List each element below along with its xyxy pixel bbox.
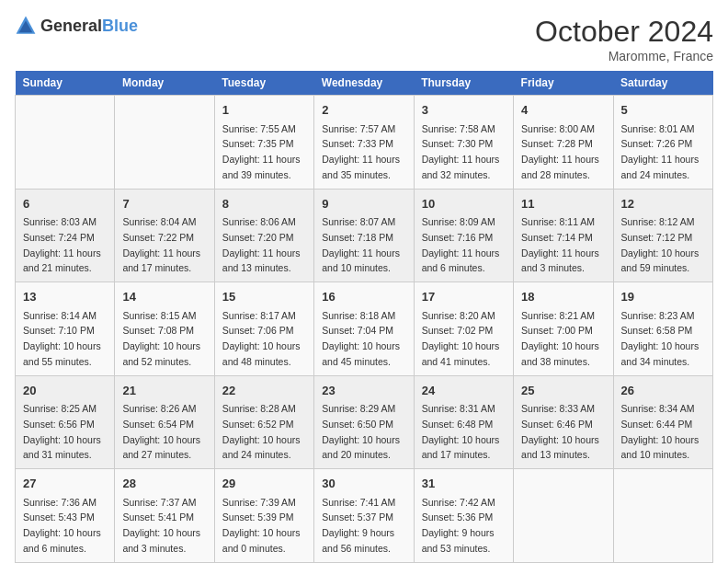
day-number: 28 [122, 475, 206, 493]
day-number: 8 [222, 195, 306, 213]
day-cell: 2Sunrise: 7:57 AMSunset: 7:33 PMDaylight… [314, 96, 414, 190]
day-number: 26 [621, 382, 705, 400]
day-info: Sunrise: 7:37 AMSunset: 5:41 PMDaylight:… [122, 497, 200, 554]
day-number: 21 [122, 382, 206, 400]
day-number: 16 [322, 288, 405, 306]
day-info: Sunrise: 7:39 AMSunset: 5:39 PMDaylight:… [222, 497, 301, 554]
day-number: 3 [422, 101, 506, 120]
day-info: Sunrise: 8:12 AMSunset: 7:12 PMDaylight:… [621, 216, 700, 273]
month-title: October 2024 [535, 15, 713, 49]
logo-icon [15, 15, 37, 37]
day-number: 4 [521, 101, 605, 120]
day-cell: 6Sunrise: 8:03 AMSunset: 7:24 PMDaylight… [16, 189, 115, 282]
day-info: Sunrise: 7:57 AMSunset: 7:33 PMDaylight:… [322, 123, 400, 180]
calendar-header: SundayMondayTuesdayWednesdayThursdayFrid… [16, 71, 713, 96]
day-cell: 9Sunrise: 8:07 AMSunset: 7:18 PMDaylight… [314, 189, 414, 282]
calendar-table: SundayMondayTuesdayWednesdayThursdayFrid… [15, 71, 713, 563]
day-cell: 21Sunrise: 8:26 AMSunset: 6:54 PMDayligh… [115, 375, 214, 469]
day-cell: 5Sunrise: 8:01 AMSunset: 7:26 PMDaylight… [613, 96, 712, 190]
week-row-2: 6Sunrise: 8:03 AMSunset: 7:24 PMDaylight… [16, 189, 713, 282]
day-info: Sunrise: 8:26 AMSunset: 6:54 PMDaylight:… [122, 403, 200, 460]
day-info: Sunrise: 8:21 AMSunset: 7:00 PMDaylight:… [521, 310, 599, 367]
day-cell: 4Sunrise: 8:00 AMSunset: 7:28 PMDaylight… [514, 96, 613, 190]
day-cell [613, 469, 712, 563]
day-cell: 15Sunrise: 8:17 AMSunset: 7:06 PMDayligh… [214, 282, 313, 376]
logo-text-blue: Blue [102, 17, 138, 35]
day-header-wednesday: Wednesday [314, 71, 414, 96]
day-cell [514, 469, 613, 563]
week-row-3: 13Sunrise: 8:14 AMSunset: 7:10 PMDayligh… [16, 282, 713, 376]
day-info: Sunrise: 7:55 AMSunset: 7:35 PMDaylight:… [222, 123, 301, 180]
week-row-1: 1Sunrise: 7:55 AMSunset: 7:35 PMDaylight… [16, 96, 713, 190]
day-number: 5 [621, 101, 705, 120]
day-cell: 30Sunrise: 7:41 AMSunset: 5:37 PMDayligh… [314, 469, 414, 563]
day-cell: 8Sunrise: 8:06 AMSunset: 7:20 PMDaylight… [214, 189, 313, 282]
day-cell: 7Sunrise: 8:04 AMSunset: 7:22 PMDaylight… [115, 189, 214, 282]
day-info: Sunrise: 8:20 AMSunset: 7:02 PMDaylight:… [422, 310, 500, 367]
location: Maromme, France [535, 49, 713, 63]
day-cell: 24Sunrise: 8:31 AMSunset: 6:48 PMDayligh… [414, 375, 513, 469]
day-number: 27 [23, 475, 107, 493]
day-number: 30 [322, 475, 405, 493]
day-cell: 10Sunrise: 8:09 AMSunset: 7:16 PMDayligh… [414, 189, 513, 282]
day-cell [16, 96, 115, 190]
day-info: Sunrise: 8:01 AMSunset: 7:26 PMDaylight:… [621, 123, 700, 180]
day-info: Sunrise: 8:28 AMSunset: 6:52 PMDaylight:… [222, 403, 301, 460]
day-number: 10 [422, 195, 506, 213]
day-number: 14 [122, 288, 206, 306]
day-header-friday: Friday [514, 71, 613, 96]
day-info: Sunrise: 8:29 AMSunset: 6:50 PMDaylight:… [322, 403, 400, 460]
day-info: Sunrise: 7:36 AMSunset: 5:43 PMDaylight:… [23, 497, 101, 554]
day-info: Sunrise: 7:42 AMSunset: 5:36 PMDaylight:… [422, 497, 495, 554]
day-cell: 29Sunrise: 7:39 AMSunset: 5:39 PMDayligh… [214, 469, 313, 563]
day-number: 11 [521, 195, 605, 213]
day-info: Sunrise: 8:34 AMSunset: 6:44 PMDaylight:… [621, 403, 700, 460]
day-number: 6 [23, 195, 107, 213]
day-cell: 12Sunrise: 8:12 AMSunset: 7:12 PMDayligh… [613, 189, 712, 282]
day-number: 18 [521, 288, 605, 306]
day-info: Sunrise: 8:17 AMSunset: 7:06 PMDaylight:… [222, 310, 301, 367]
day-cell [115, 96, 214, 190]
page-header: GeneralBlue October 2024 Maromme, France [15, 15, 713, 63]
header-row: SundayMondayTuesdayWednesdayThursdayFrid… [16, 71, 713, 96]
day-cell: 11Sunrise: 8:11 AMSunset: 7:14 PMDayligh… [514, 189, 613, 282]
day-number: 23 [322, 382, 405, 400]
title-block: October 2024 Maromme, France [535, 15, 713, 63]
logo: GeneralBlue [15, 15, 138, 37]
day-number: 24 [422, 382, 506, 400]
day-cell: 25Sunrise: 8:33 AMSunset: 6:46 PMDayligh… [514, 375, 613, 469]
day-number: 7 [122, 195, 206, 213]
day-cell: 27Sunrise: 7:36 AMSunset: 5:43 PMDayligh… [16, 469, 115, 563]
day-number: 9 [322, 195, 405, 213]
day-info: Sunrise: 8:04 AMSunset: 7:22 PMDaylight:… [122, 216, 200, 273]
day-header-sunday: Sunday [16, 71, 115, 96]
day-number: 12 [621, 195, 705, 213]
day-header-thursday: Thursday [414, 71, 513, 96]
day-number: 13 [23, 288, 107, 306]
day-header-tuesday: Tuesday [214, 71, 313, 96]
day-cell: 20Sunrise: 8:25 AMSunset: 6:56 PMDayligh… [16, 375, 115, 469]
day-cell: 16Sunrise: 8:18 AMSunset: 7:04 PMDayligh… [314, 282, 414, 376]
day-info: Sunrise: 7:41 AMSunset: 5:37 PMDaylight:… [322, 497, 395, 554]
day-cell: 1Sunrise: 7:55 AMSunset: 7:35 PMDaylight… [214, 96, 313, 190]
day-info: Sunrise: 8:03 AMSunset: 7:24 PMDaylight:… [23, 216, 101, 273]
day-number: 19 [621, 288, 705, 306]
day-info: Sunrise: 8:25 AMSunset: 6:56 PMDaylight:… [23, 403, 101, 460]
day-cell: 3Sunrise: 7:58 AMSunset: 7:30 PMDaylight… [414, 96, 513, 190]
day-info: Sunrise: 8:33 AMSunset: 6:46 PMDaylight:… [521, 403, 599, 460]
day-number: 31 [422, 475, 506, 493]
day-number: 20 [23, 382, 107, 400]
day-cell: 17Sunrise: 8:20 AMSunset: 7:02 PMDayligh… [414, 282, 513, 376]
day-number: 1 [222, 101, 306, 120]
calendar-body: 1Sunrise: 7:55 AMSunset: 7:35 PMDaylight… [16, 96, 713, 563]
day-info: Sunrise: 8:06 AMSunset: 7:20 PMDaylight:… [222, 216, 301, 273]
day-cell: 13Sunrise: 8:14 AMSunset: 7:10 PMDayligh… [16, 282, 115, 376]
day-number: 22 [222, 382, 306, 400]
day-number: 15 [222, 288, 306, 306]
day-info: Sunrise: 8:09 AMSunset: 7:16 PMDaylight:… [422, 216, 500, 273]
day-number: 2 [322, 101, 405, 120]
day-cell: 23Sunrise: 8:29 AMSunset: 6:50 PMDayligh… [314, 375, 414, 469]
day-number: 25 [521, 382, 605, 400]
day-info: Sunrise: 7:58 AMSunset: 7:30 PMDaylight:… [422, 123, 500, 180]
day-number: 17 [422, 288, 506, 306]
